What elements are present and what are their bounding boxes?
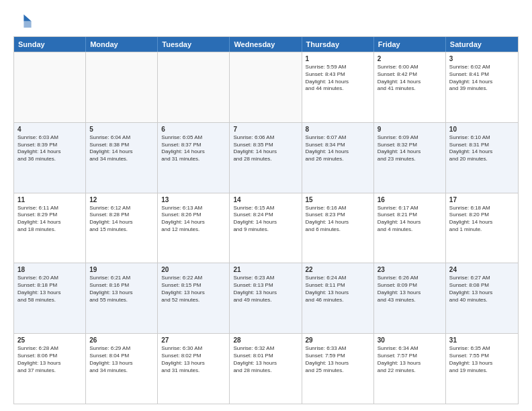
- calendar-cell: 1Sunrise: 5:59 AM Sunset: 8:43 PM Daylig…: [302, 52, 374, 122]
- calendar-cell: 3Sunrise: 6:02 AM Sunset: 8:41 PM Daylig…: [446, 52, 518, 122]
- calendar-cell: 21Sunrise: 6:23 AM Sunset: 8:13 PM Dayli…: [230, 263, 302, 333]
- day-number: 16: [378, 196, 442, 203]
- calendar-header-cell: Wednesday: [230, 37, 302, 52]
- cell-content: Sunrise: 6:02 AM Sunset: 8:41 PM Dayligh…: [449, 64, 515, 93]
- calendar-cell: 26Sunrise: 6:29 AM Sunset: 8:04 PM Dayli…: [86, 334, 158, 404]
- calendar-cell: 8Sunrise: 6:07 AM Sunset: 8:34 PM Daylig…: [302, 123, 374, 193]
- calendar-row: 18Sunrise: 6:20 AM Sunset: 8:18 PM Dayli…: [14, 263, 518, 333]
- day-number: 10: [449, 126, 515, 133]
- cell-content: Sunrise: 6:11 AM Sunset: 8:29 PM Dayligh…: [17, 205, 82, 234]
- cell-content: Sunrise: 6:00 AM Sunset: 8:42 PM Dayligh…: [378, 64, 442, 93]
- cell-content: Sunrise: 5:59 AM Sunset: 8:43 PM Dayligh…: [306, 64, 370, 93]
- day-number: 17: [449, 196, 515, 203]
- page: SundayMondayTuesdayWednesdayThursdayFrid…: [0, 0, 532, 411]
- cell-content: Sunrise: 6:03 AM Sunset: 8:39 PM Dayligh…: [17, 134, 82, 163]
- calendar-cell: 10Sunrise: 6:10 AM Sunset: 8:31 PM Dayli…: [446, 123, 518, 193]
- calendar-header-row: SundayMondayTuesdayWednesdayThursdayFrid…: [14, 37, 518, 52]
- cell-content: Sunrise: 6:17 AM Sunset: 8:21 PM Dayligh…: [378, 205, 442, 234]
- calendar-cell: 18Sunrise: 6:20 AM Sunset: 8:18 PM Dayli…: [14, 263, 86, 333]
- calendar-cell: 22Sunrise: 6:24 AM Sunset: 8:11 PM Dayli…: [302, 263, 374, 333]
- day-number: 26: [89, 336, 154, 344]
- day-number: 11: [17, 196, 82, 203]
- day-number: 25: [17, 336, 82, 344]
- header: [13, 11, 519, 30]
- day-number: 7: [233, 126, 298, 133]
- cell-content: Sunrise: 6:06 AM Sunset: 8:35 PM Dayligh…: [233, 134, 298, 163]
- cell-content: Sunrise: 6:07 AM Sunset: 8:34 PM Dayligh…: [306, 134, 370, 163]
- calendar-cell: 9Sunrise: 6:09 AM Sunset: 8:32 PM Daylig…: [374, 123, 446, 193]
- logo-icon: [13, 11, 32, 30]
- calendar: SundayMondayTuesdayWednesdayThursdayFrid…: [13, 36, 519, 404]
- calendar-cell: 4Sunrise: 6:03 AM Sunset: 8:39 PM Daylig…: [14, 123, 86, 193]
- cell-content: Sunrise: 6:35 AM Sunset: 7:55 PM Dayligh…: [449, 345, 515, 374]
- cell-content: Sunrise: 6:05 AM Sunset: 8:37 PM Dayligh…: [161, 134, 226, 163]
- cell-content: Sunrise: 6:20 AM Sunset: 8:18 PM Dayligh…: [17, 275, 82, 304]
- cell-content: Sunrise: 6:21 AM Sunset: 8:16 PM Dayligh…: [89, 275, 154, 304]
- cell-content: Sunrise: 6:15 AM Sunset: 8:24 PM Dayligh…: [233, 205, 298, 234]
- calendar-row: 11Sunrise: 6:11 AM Sunset: 8:29 PM Dayli…: [14, 193, 518, 263]
- cell-content: Sunrise: 6:32 AM Sunset: 8:01 PM Dayligh…: [233, 345, 298, 374]
- calendar-cell: 17Sunrise: 6:18 AM Sunset: 8:20 PM Dayli…: [446, 193, 518, 263]
- day-number: 9: [378, 126, 442, 133]
- cell-content: Sunrise: 6:18 AM Sunset: 8:20 PM Dayligh…: [449, 205, 515, 234]
- calendar-cell: 13Sunrise: 6:13 AM Sunset: 8:26 PM Dayli…: [158, 193, 230, 263]
- cell-content: Sunrise: 6:30 AM Sunset: 8:02 PM Dayligh…: [161, 345, 226, 374]
- calendar-cell: 31Sunrise: 6:35 AM Sunset: 7:55 PM Dayli…: [446, 334, 518, 404]
- day-number: 21: [233, 266, 298, 273]
- calendar-cell: 28Sunrise: 6:32 AM Sunset: 8:01 PM Dayli…: [230, 334, 302, 404]
- day-number: 13: [161, 196, 226, 203]
- calendar-cell: 23Sunrise: 6:26 AM Sunset: 8:09 PM Dayli…: [374, 263, 446, 333]
- calendar-cell: 25Sunrise: 6:28 AM Sunset: 8:06 PM Dayli…: [14, 334, 86, 404]
- day-number: 28: [233, 336, 298, 344]
- cell-content: Sunrise: 6:27 AM Sunset: 8:08 PM Dayligh…: [449, 275, 515, 304]
- cell-content: Sunrise: 6:26 AM Sunset: 8:09 PM Dayligh…: [378, 275, 442, 304]
- day-number: 30: [378, 336, 442, 344]
- day-number: 3: [449, 55, 515, 62]
- calendar-header-cell: Friday: [374, 37, 446, 52]
- day-number: 14: [233, 196, 298, 203]
- svg-marker-0: [24, 15, 31, 21]
- day-number: 12: [89, 196, 154, 203]
- calendar-row: 1Sunrise: 5:59 AM Sunset: 8:43 PM Daylig…: [14, 52, 518, 122]
- calendar-cell: 27Sunrise: 6:30 AM Sunset: 8:02 PM Dayli…: [158, 334, 230, 404]
- cell-content: Sunrise: 6:16 AM Sunset: 8:23 PM Dayligh…: [306, 205, 370, 234]
- calendar-body: 1Sunrise: 5:59 AM Sunset: 8:43 PM Daylig…: [14, 52, 518, 404]
- calendar-cell: 12Sunrise: 6:12 AM Sunset: 8:28 PM Dayli…: [86, 193, 158, 263]
- calendar-cell: 6Sunrise: 6:05 AM Sunset: 8:37 PM Daylig…: [158, 123, 230, 193]
- day-number: 29: [306, 336, 370, 344]
- day-number: 15: [306, 196, 370, 203]
- day-number: 18: [17, 266, 82, 273]
- calendar-cell: 24Sunrise: 6:27 AM Sunset: 8:08 PM Dayli…: [446, 263, 518, 333]
- day-number: 2: [378, 55, 442, 62]
- calendar-header-cell: Tuesday: [158, 37, 230, 52]
- calendar-cell: [230, 52, 302, 122]
- calendar-row: 25Sunrise: 6:28 AM Sunset: 8:06 PM Dayli…: [14, 333, 518, 404]
- svg-marker-1: [24, 21, 31, 28]
- calendar-cell: 7Sunrise: 6:06 AM Sunset: 8:35 PM Daylig…: [230, 123, 302, 193]
- calendar-cell: 2Sunrise: 6:00 AM Sunset: 8:42 PM Daylig…: [374, 52, 446, 122]
- cell-content: Sunrise: 6:34 AM Sunset: 7:57 PM Dayligh…: [378, 345, 442, 374]
- calendar-cell: 20Sunrise: 6:22 AM Sunset: 8:15 PM Dayli…: [158, 263, 230, 333]
- calendar-cell: 5Sunrise: 6:04 AM Sunset: 8:38 PM Daylig…: [86, 123, 158, 193]
- day-number: 22: [306, 266, 370, 273]
- day-number: 23: [378, 266, 442, 273]
- calendar-row: 4Sunrise: 6:03 AM Sunset: 8:39 PM Daylig…: [14, 122, 518, 193]
- logo: [13, 11, 35, 30]
- calendar-cell: 11Sunrise: 6:11 AM Sunset: 8:29 PM Dayli…: [14, 193, 86, 263]
- calendar-cell: [158, 52, 230, 122]
- calendar-cell: 16Sunrise: 6:17 AM Sunset: 8:21 PM Dayli…: [374, 193, 446, 263]
- day-number: 4: [17, 126, 82, 133]
- calendar-cell: [86, 52, 158, 122]
- calendar-header-cell: Saturday: [446, 37, 518, 52]
- calendar-cell: [14, 52, 86, 122]
- cell-content: Sunrise: 6:22 AM Sunset: 8:15 PM Dayligh…: [161, 275, 226, 304]
- day-number: 1: [306, 55, 370, 62]
- calendar-cell: 14Sunrise: 6:15 AM Sunset: 8:24 PM Dayli…: [230, 193, 302, 263]
- cell-content: Sunrise: 6:10 AM Sunset: 8:31 PM Dayligh…: [449, 134, 515, 163]
- cell-content: Sunrise: 6:04 AM Sunset: 8:38 PM Dayligh…: [89, 134, 154, 163]
- cell-content: Sunrise: 6:12 AM Sunset: 8:28 PM Dayligh…: [89, 205, 154, 234]
- day-number: 6: [161, 126, 226, 133]
- calendar-cell: 29Sunrise: 6:33 AM Sunset: 7:59 PM Dayli…: [302, 334, 374, 404]
- day-number: 8: [306, 126, 370, 133]
- cell-content: Sunrise: 6:23 AM Sunset: 8:13 PM Dayligh…: [233, 275, 298, 304]
